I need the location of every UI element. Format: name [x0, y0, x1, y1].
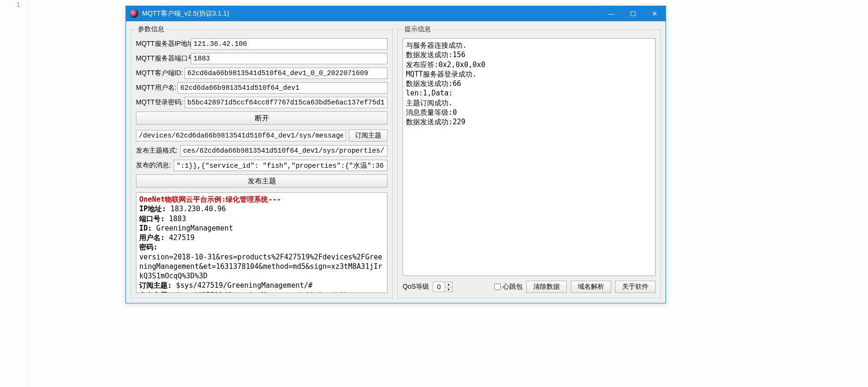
minimize-button[interactable]: —: [600, 6, 622, 21]
input-publish-topic[interactable]: [180, 145, 388, 156]
example-id-value: GreeningManagement: [152, 224, 233, 232]
example-log-box[interactable]: OneNet物联网云平台示例:绿化管理系统--- IP地址: 183.230.4…: [136, 192, 388, 293]
close-button[interactable]: ✕: [644, 6, 666, 21]
params-group: 参数信息 MQTT服务器IP地址: MQTT服务器端口号: MQTT客户端ID:…: [131, 25, 393, 298]
heartbeat-label: 心跳包: [503, 283, 522, 291]
input-subscribe-topic[interactable]: [136, 130, 346, 141]
subscribe-button[interactable]: 订阅主题: [349, 129, 388, 142]
row-publish-msg: 发布的消息:: [136, 160, 388, 171]
example-id-label: ID:: [139, 224, 152, 232]
qos-label: QoS等级: [403, 283, 429, 291]
input-password[interactable]: [185, 97, 388, 108]
qos-spinner[interactable]: ▲ ▼: [433, 282, 453, 292]
example-ip-label: IP地址:: [139, 205, 166, 213]
hints-group: 提示信息 与服务器连接成功. 数据发送成功:156 发布应答:0x2,0x0,0…: [397, 25, 661, 298]
footer-row: QoS等级 ▲ ▼ 心跳包 清除数据 域名解析 关于软件: [403, 281, 656, 293]
line-number-1: 1: [17, 1, 20, 9]
app-icon: [130, 9, 138, 18]
maximize-icon: ☐: [630, 10, 636, 17]
clear-data-button[interactable]: 清除数据: [526, 281, 567, 293]
example-ip-value: 183.230.40.96: [166, 205, 226, 213]
qos-spin-down[interactable]: ▼: [445, 287, 452, 292]
publish-button[interactable]: 发布主题: [136, 174, 388, 188]
row-server-ip: MQTT服务器IP地址:: [136, 38, 388, 50]
row-server-port: MQTT服务器端口号:: [136, 53, 388, 64]
example-pw-value: version=2018-10-31&res=products%2F427519…: [139, 253, 382, 281]
window-title: MQTT客户端_v2.5(协议3.1.1): [142, 9, 600, 18]
maximize-button[interactable]: ☐: [622, 6, 644, 21]
example-port-label: 端口号:: [139, 215, 165, 223]
input-client-id[interactable]: [185, 68, 388, 79]
dns-resolve-button[interactable]: 域名解析: [571, 281, 611, 293]
label-server-port: MQTT服务器端口号:: [136, 54, 188, 63]
hint-log-box[interactable]: 与服务器连接成功. 数据发送成功:156 发布应答:0x2,0x0,0x0 MQ…: [403, 38, 656, 276]
window-body: 参数信息 MQTT服务器IP地址: MQTT服务器端口号: MQTT客户端ID:…: [126, 21, 666, 303]
label-username: MQTT用户名:: [136, 84, 175, 92]
example-sub-value: $sys/427519/GreeningManagement/#: [172, 281, 312, 290]
input-server-ip[interactable]: [191, 38, 388, 50]
label-client-id: MQTT客户端ID:: [136, 69, 182, 77]
label-password: MQTT登录密码:: [136, 98, 182, 107]
close-icon: ✕: [652, 10, 657, 17]
heartbeat-checkbox-wrap[interactable]: 心跳包: [494, 283, 522, 291]
input-username[interactable]: [177, 82, 388, 94]
row-publish-topic: 发布主题格式:: [136, 145, 388, 156]
row-subscribe: 订阅主题: [136, 129, 388, 142]
titlebar: MQTT客户端_v2.5(协议3.1.1) — ☐ ✕: [126, 6, 666, 21]
hints-legend: 提示信息: [403, 25, 433, 34]
example-pub-label: 发布主题:: [139, 291, 172, 293]
label-publish-topic: 发布主题格式:: [136, 146, 177, 155]
example-title: OneNet物联网云平台示例:绿化管理系统---: [139, 195, 281, 204]
line-number-gutter: 1: [0, 0, 29, 387]
label-server-ip: MQTT服务器IP地址:: [136, 40, 188, 48]
params-legend: 参数信息: [136, 25, 166, 34]
row-username: MQTT用户名:: [136, 82, 388, 94]
input-server-port[interactable]: [191, 53, 388, 64]
example-sub-label: 订阅主题:: [139, 281, 172, 290]
example-user-value: 427519: [165, 233, 194, 242]
mqtt-client-window: MQTT客户端_v2.5(协议3.1.1) — ☐ ✕ 参数信息 MQTT服务器…: [126, 6, 666, 303]
row-password: MQTT登录密码:: [136, 97, 388, 108]
label-publish-msg: 发布的消息:: [136, 161, 171, 170]
minimize-icon: —: [608, 10, 615, 17]
input-publish-msg[interactable]: [174, 160, 388, 171]
about-button[interactable]: 关于软件: [615, 281, 656, 293]
example-pw-label: 密码:: [139, 243, 158, 251]
example-user-label: 用户名:: [139, 233, 165, 242]
row-client-id: MQTT客户端ID:: [136, 68, 388, 79]
qos-spin-buttons: ▲ ▼: [445, 282, 452, 292]
example-pub-value: $sys/427519/GreeningManagement/dp/post/j…: [172, 291, 359, 293]
qos-value-input[interactable]: [433, 282, 445, 292]
heartbeat-checkbox[interactable]: [494, 284, 501, 290]
example-port-value: 1883: [165, 215, 186, 223]
disconnect-button[interactable]: 断开: [136, 112, 388, 125]
qos-spin-up[interactable]: ▲: [445, 282, 452, 287]
